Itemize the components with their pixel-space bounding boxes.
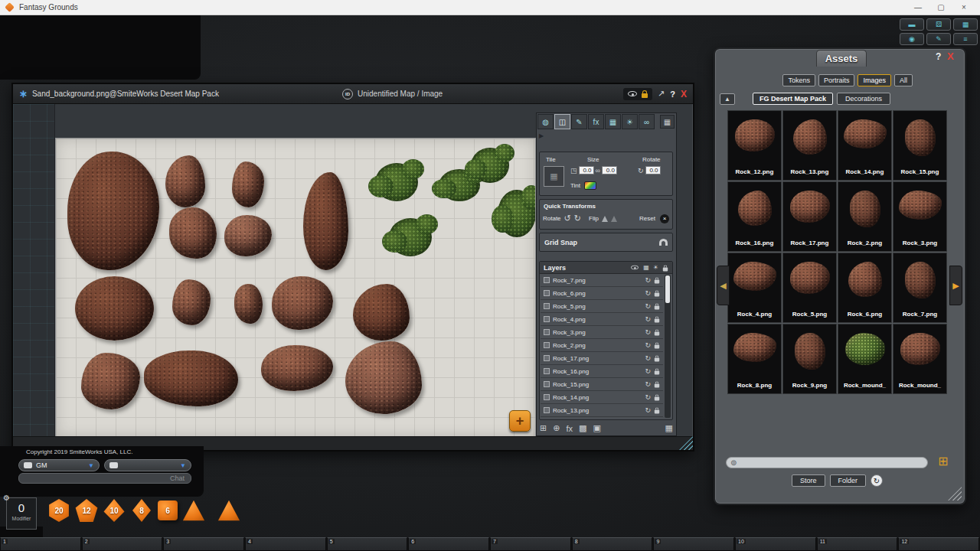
layer-action-button[interactable]: ▣ bbox=[593, 423, 600, 433]
layer-lock-icon[interactable] bbox=[655, 371, 659, 375]
map-rock[interactable] bbox=[144, 350, 238, 406]
toolbar-button[interactable]: ≡ bbox=[953, 33, 978, 45]
panel-grid-button[interactable]: ▦ bbox=[660, 115, 675, 129]
die-button[interactable]: 10 bbox=[103, 499, 126, 522]
map-rock[interactable] bbox=[303, 172, 348, 270]
map-rock[interactable] bbox=[272, 276, 333, 330]
layer-lock-icon[interactable] bbox=[655, 358, 659, 362]
assets-close-icon[interactable]: X bbox=[947, 51, 954, 62]
map-rock[interactable] bbox=[75, 276, 154, 341]
speaker-selector[interactable]: GM ▼ bbox=[18, 459, 100, 471]
layers-lock-icon[interactable] bbox=[663, 267, 668, 271]
toolbar-button[interactable]: ▦ bbox=[953, 18, 978, 31]
asset-item[interactable]: Rock_6.png bbox=[838, 253, 892, 323]
layer-row[interactable]: Rock_2.png ↻ bbox=[541, 339, 663, 352]
popout-icon[interactable]: ↗ bbox=[658, 89, 665, 99]
store-button[interactable]: Store bbox=[792, 474, 825, 487]
layer-action-button[interactable]: ▩ bbox=[579, 423, 586, 433]
asset-item[interactable]: Rock_16.png bbox=[727, 181, 782, 252]
layer-lock-icon[interactable] bbox=[655, 345, 659, 349]
die-button[interactable]: 12 bbox=[75, 499, 98, 522]
layer-row[interactable]: Rock_17.png ↻ bbox=[541, 352, 663, 365]
die-button[interactable]: 6 bbox=[158, 500, 178, 520]
die-button[interactable] bbox=[182, 499, 205, 522]
chat-entry-field[interactable]: Chat bbox=[18, 473, 191, 484]
hotbar-slot[interactable]: 5 bbox=[327, 537, 408, 551]
asset-item[interactable]: Rock_8.png bbox=[727, 324, 782, 394]
rotate-field[interactable]: 0.0 bbox=[645, 166, 661, 174]
asset-item[interactable]: Rock_7.png bbox=[893, 253, 947, 323]
tool-mode-button[interactable]: ◍ bbox=[537, 114, 554, 129]
layer-action-button[interactable]: ⊕ bbox=[553, 423, 560, 433]
tool-mode-button[interactable]: ∞ bbox=[639, 114, 655, 129]
gear-icon[interactable]: ⚙ bbox=[3, 494, 10, 502]
layer-lock-icon[interactable] bbox=[655, 397, 659, 401]
map-rock[interactable] bbox=[169, 207, 217, 259]
tile-thumbnail[interactable]: ▦ bbox=[544, 166, 564, 187]
help-icon[interactable]: ? bbox=[670, 90, 675, 99]
map-rock[interactable] bbox=[67, 152, 159, 270]
size-link-icon[interactable]: ∞ bbox=[596, 167, 600, 174]
assets-help-icon[interactable]: ? bbox=[936, 51, 941, 62]
reset-button[interactable]: × bbox=[660, 214, 669, 223]
layer-lock-icon[interactable] bbox=[655, 280, 659, 284]
rotate-ccw-button[interactable]: ↺ bbox=[564, 214, 571, 223]
layer-lock-icon[interactable] bbox=[655, 319, 659, 323]
voice-selector[interactable]: ▼ bbox=[104, 459, 191, 471]
assets-tab[interactable]: All bbox=[894, 74, 913, 86]
assets-category-button[interactable]: Decorations bbox=[837, 93, 890, 105]
layer-refresh-icon[interactable]: ↻ bbox=[645, 367, 651, 375]
hotbar-slot[interactable]: 7 bbox=[490, 537, 571, 551]
folder-button[interactable]: Folder bbox=[830, 474, 867, 487]
layer-row[interactable]: Rock_6.png ↻ bbox=[541, 287, 663, 300]
assets-title-tab[interactable]: Assets bbox=[816, 50, 867, 67]
flip-horizontal-button[interactable] bbox=[602, 216, 608, 222]
shortcut-asterisk-icon[interactable]: ∗ bbox=[19, 88, 28, 99]
assets-module-button[interactable]: FG Desert Map Pack bbox=[753, 93, 833, 105]
layer-action-button[interactable]: fx bbox=[566, 424, 573, 433]
asset-item[interactable]: Rock_14.png bbox=[838, 110, 892, 181]
map-rock[interactable] bbox=[232, 161, 264, 207]
hotbar-slot[interactable]: 10 bbox=[735, 537, 816, 551]
assets-view-grid-icon[interactable]: ⊞ bbox=[938, 454, 948, 468]
assets-tab[interactable]: Tokens bbox=[782, 74, 815, 86]
layer-row[interactable]: Rock_3.png ↻ bbox=[541, 326, 663, 339]
layer-action-button[interactable]: ⊞ bbox=[540, 423, 547, 433]
asset-item[interactable]: Rock_2.png bbox=[838, 181, 892, 252]
map-rock[interactable] bbox=[234, 284, 263, 324]
die-button[interactable] bbox=[217, 499, 240, 522]
map-shrub[interactable] bbox=[389, 218, 432, 256]
hotbar-slot[interactable]: 3 bbox=[163, 537, 244, 551]
tint-color-swatch[interactable] bbox=[584, 181, 596, 190]
toolbar-button[interactable]: ✎ bbox=[926, 33, 951, 45]
lock-icon[interactable] bbox=[642, 93, 648, 98]
rotate-icon[interactable]: ↻ bbox=[638, 167, 644, 174]
layer-refresh-icon[interactable]: ↻ bbox=[645, 341, 651, 349]
hotbar-slot[interactable]: 1 bbox=[0, 537, 81, 551]
asset-item[interactable]: Rock_mound_ bbox=[838, 324, 892, 394]
layer-refresh-icon[interactable]: ↻ bbox=[645, 354, 651, 362]
die-button[interactable]: 8 bbox=[130, 499, 153, 522]
layer-refresh-icon[interactable]: ↻ bbox=[645, 328, 651, 336]
asset-item[interactable]: Rock_3.png bbox=[893, 181, 947, 252]
asset-item[interactable]: Rock_13.png bbox=[782, 110, 837, 181]
asset-item[interactable]: Rock_17.png bbox=[782, 181, 837, 252]
layer-row[interactable]: Rock_15.png ↻ bbox=[541, 378, 663, 391]
tool-mode-button[interactable]: fx bbox=[588, 114, 604, 129]
map-rock[interactable] bbox=[345, 341, 422, 414]
layer-refresh-icon[interactable]: ↻ bbox=[645, 289, 651, 297]
speaker-dropdown-icon[interactable]: ▼ bbox=[88, 462, 94, 469]
die-button[interactable]: 20 bbox=[47, 499, 70, 522]
layer-refresh-icon[interactable]: ↻ bbox=[645, 315, 651, 323]
layer-lock-icon[interactable] bbox=[655, 410, 659, 414]
asset-item[interactable]: Rock_15.png bbox=[893, 110, 947, 181]
layer-row[interactable]: Rock_4.png ↻ bbox=[541, 313, 663, 326]
search-input[interactable] bbox=[740, 459, 923, 467]
toolbar-button[interactable]: ◉ bbox=[900, 33, 924, 45]
map-shrub[interactable] bbox=[498, 190, 536, 237]
layer-row[interactable]: Rock_13.png ↻ bbox=[541, 404, 663, 417]
map-window-resize-handle[interactable] bbox=[679, 436, 693, 450]
asset-item[interactable]: Rock_9.png bbox=[782, 324, 837, 394]
hotbar-slot[interactable]: 4 bbox=[245, 537, 326, 551]
layer-lock-icon[interactable] bbox=[655, 293, 659, 297]
